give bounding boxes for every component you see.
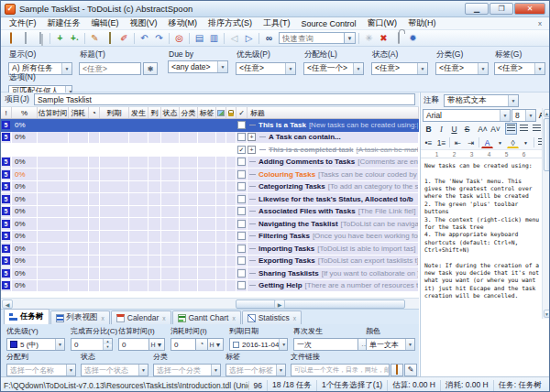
- filter-status-select[interactable]: <任意>▼: [371, 62, 428, 75]
- column-header-end[interactable]: 到: [148, 107, 161, 118]
- menu-item-help[interactable]: 帮助(H): [402, 17, 442, 29]
- tab-close-icon[interactable]: x: [293, 315, 296, 321]
- recurrence-input[interactable]: 一次: [293, 338, 358, 351]
- task-row[interactable]: 5 0% Navigating the Tasklist[ToDoList ca…: [1, 218, 419, 231]
- strikethrough-button[interactable]: S: [461, 123, 473, 135]
- outdent-button[interactable]: ⇤: [452, 136, 464, 148]
- maximize-comments-icon[interactable]: ▥: [207, 32, 221, 45]
- horizontal-scrollbar[interactable]: ◀ ▶: [1, 298, 419, 309]
- file-browse-folder-icon[interactable]: [390, 364, 403, 376]
- open-file-icon[interactable]: [4, 32, 17, 45]
- tab-close-icon[interactable]: x: [232, 315, 235, 321]
- tab-close-icon[interactable]: x: [162, 315, 165, 321]
- task-checkbox[interactable]: [237, 220, 246, 228]
- highlight-dropdown-icon[interactable]: ▼: [520, 136, 532, 148]
- tag-select[interactable]: 选择一个标签▼: [226, 364, 286, 376]
- underline-button[interactable]: U: [448, 123, 460, 135]
- filter-priority-select[interactable]: <任意>▼: [236, 62, 296, 75]
- tasklist-close-icon[interactable]: x: [534, 19, 546, 27]
- due-date-input[interactable]: 2016-11-04▼: [229, 338, 288, 351]
- task-checkbox[interactable]: [237, 207, 246, 215]
- menu-item-move[interactable]: 移动(M): [163, 17, 204, 29]
- scrollbar-thumb[interactable]: [236, 299, 405, 309]
- edit-task-icon[interactable]: ✎: [88, 32, 102, 45]
- set-color-icon[interactable]: [103, 32, 116, 45]
- task-row[interactable]: +This is a completed task[A task can be …: [1, 144, 419, 157]
- font-size-select[interactable]: 8▼: [512, 109, 536, 122]
- time-track-clock-icon[interactable]: ◔: [196, 338, 208, 351]
- tab-gantt-chart[interactable]: Gantt Chartx: [172, 310, 241, 324]
- filter-category-select[interactable]: <任意>▼: [435, 62, 489, 75]
- align-center-button[interactable]: [518, 123, 530, 135]
- task-checkbox[interactable]: [237, 133, 246, 141]
- column-header-priority[interactable]: !: [1, 107, 12, 118]
- maximize-tasklist-icon[interactable]: ▤: [192, 32, 206, 45]
- task-row[interactable]: 5 0% Importing Tasks[ToDoList is able to…: [1, 243, 419, 256]
- time-spent-unit-select[interactable]: H▼: [208, 338, 224, 351]
- menu-item-file[interactable]: 文件(F): [4, 17, 42, 29]
- title-filter-input[interactable]: [79, 62, 141, 75]
- menu-item-window[interactable]: 窗口(W): [362, 17, 403, 29]
- tab-task-tree[interactable]: 任务树: [4, 309, 50, 324]
- task-row[interactable]: 5 0% Exporting Tasks[ToDoList can export…: [1, 256, 419, 268]
- task-checkbox[interactable]: [237, 256, 246, 265]
- task-row[interactable]: 5 0% Adding Comments to Tasks[Comments a…: [1, 157, 419, 169]
- font-color-button[interactable]: A: [481, 136, 493, 148]
- column-header-percent[interactable]: %: [12, 107, 38, 118]
- close-button[interactable]: ✕: [514, 3, 545, 15]
- spinner-icons[interactable]: ▲▼: [103, 339, 112, 350]
- new-subtask-icon[interactable]: +˖: [68, 32, 82, 45]
- maximize-button[interactable]: ❐: [490, 3, 513, 15]
- menu-item-tools[interactable]: 工具(T): [258, 17, 296, 29]
- category-select[interactable]: 选择一个分类▼: [153, 364, 221, 376]
- quick-find-dropdown-icon[interactable]: ▼: [345, 32, 356, 44]
- bullet-list-button[interactable]: •≡: [423, 136, 434, 148]
- italic-button[interactable]: I: [435, 123, 447, 135]
- filter-tag-select[interactable]: <任意>▼: [494, 62, 545, 75]
- column-header-category[interactable]: 分类: [180, 107, 198, 118]
- find-tasks-icon[interactable]: ∞: [262, 32, 276, 45]
- quick-find-input[interactable]: [279, 32, 345, 44]
- image-icon[interactable]: [216, 107, 226, 118]
- expand-icon[interactable]: +: [248, 146, 256, 154]
- column-header-start[interactable]: 发生: [129, 107, 148, 118]
- column-header-status[interactable]: 状态: [161, 107, 180, 118]
- spellcheck-icon[interactable]: ✳: [362, 32, 376, 45]
- color-dropdown-icon[interactable]: ▼: [494, 136, 506, 148]
- task-row[interactable]: 5 0% Getting Help[There are a number of …: [1, 280, 419, 293]
- tab-calendar[interactable]: Calendarx: [111, 310, 171, 324]
- file-link-input[interactable]: 可以是一个文件，目录，网址，邮件或任务树: [291, 364, 390, 376]
- menu-item-source-control[interactable]: Source Control: [296, 19, 362, 28]
- menu-item-new-task[interactable]: 新建任务: [42, 17, 86, 29]
- clock-icon[interactable]: ◔: [89, 107, 100, 118]
- task-checkbox[interactable]: [237, 121, 246, 129]
- task-checkbox[interactable]: [237, 269, 246, 278]
- project-name-input[interactable]: [34, 93, 415, 105]
- column-header-tag[interactable]: 标签: [198, 107, 216, 118]
- column-header-estimate[interactable]: 估算时间: [38, 107, 69, 118]
- menu-item-edit[interactable]: 编辑(E): [86, 17, 125, 29]
- align-left-button[interactable]: [505, 123, 517, 135]
- menu-item-view[interactable]: 视图(V): [125, 17, 163, 29]
- filter-allocto-select[interactable]: <任意一个>▼: [303, 62, 364, 75]
- delete-task-icon[interactable]: ✖: [377, 32, 390, 45]
- task-row[interactable]: 5 0% Likewise for the task's Status, All…: [1, 193, 419, 206]
- scroll-up-icon[interactable]: ▲: [544, 109, 550, 117]
- priority-select[interactable]: 5 (中)▼: [6, 338, 65, 351]
- save-icon[interactable]: [18, 32, 32, 45]
- scrollbar-thumb[interactable]: [544, 118, 550, 171]
- time-spent-input[interactable]: 0: [170, 338, 196, 351]
- expand-icon[interactable]: +: [248, 133, 256, 141]
- lock-icon[interactable]: [391, 32, 405, 45]
- minimize-button[interactable]: ▁: [465, 3, 489, 15]
- comments-scrollbar[interactable]: ▲ ▼: [542, 108, 550, 319]
- menu-item-sort[interactable]: 排序方式(S): [203, 17, 258, 29]
- tab-close-icon[interactable]: x: [102, 315, 104, 321]
- preferences-gear-icon[interactable]: ✹: [406, 32, 420, 45]
- new-task-icon[interactable]: +: [53, 32, 67, 45]
- redo-icon[interactable]: ↷: [152, 32, 166, 45]
- toggle-filter-icon[interactable]: ◎: [172, 32, 186, 45]
- indent-button[interactable]: ⇥: [465, 136, 477, 148]
- scroll-left-icon[interactable]: ◀: [2, 299, 13, 309]
- save-all-icon[interactable]: [33, 32, 47, 45]
